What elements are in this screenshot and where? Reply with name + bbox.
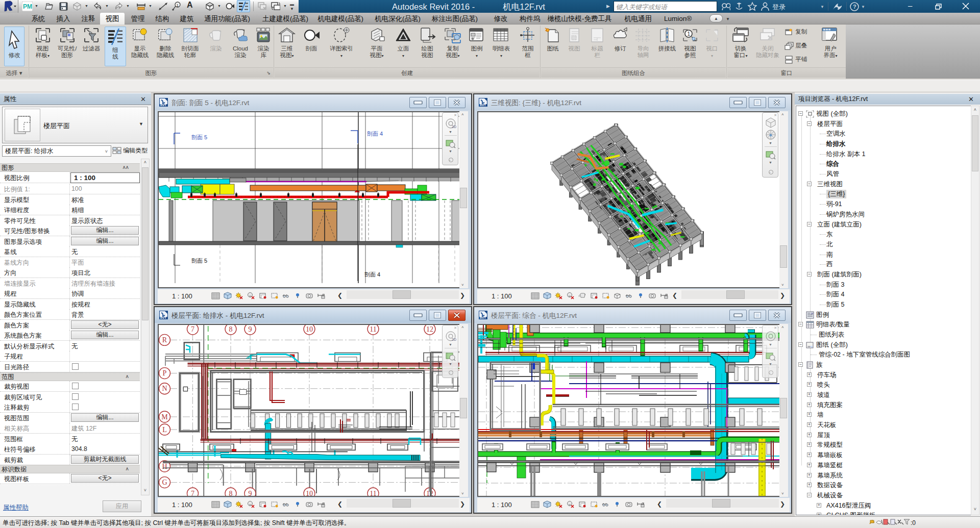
svg-text:剖面 5: 剖面 5 [191,134,207,140]
svg-text:10: 10 [306,490,313,496]
svg-text:1: 1 [688,31,691,37]
svg-text:2D: 2D [452,125,456,129]
svg-text:M: M [161,413,168,421]
svg-text:N: N [162,385,167,392]
svg-text:2D: 2D [452,338,456,341]
svg-text:RVT: RVT [160,104,166,107]
svg-text:G: G [162,479,167,486]
svg-text:8: 8 [229,490,233,496]
svg-text:8: 8 [229,325,233,333]
svg-text:R: R [162,336,167,344]
svg-text:剖面 4: 剖面 4 [367,131,383,137]
svg-text:剖面 5: 剖面 5 [191,258,207,264]
svg-text:RVT: RVT [160,316,166,319]
svg-text:PM: PM [23,3,32,10]
svg-text:10: 10 [306,325,313,333]
svg-text:7: 7 [191,490,194,496]
svg-text:RVT: RVT [480,316,486,319]
svg-text:11: 11 [370,325,376,333]
svg-text:9: 9 [249,490,252,496]
svg-text:11: 11 [370,490,376,496]
svg-text:RVT: RVT [480,104,486,107]
svg-text:1: 1 [177,3,179,8]
svg-text:剖面 4: 剖面 4 [364,271,380,278]
svg-text:12: 12 [426,325,433,333]
svg-text:9: 9 [249,325,252,333]
svg-text:7: 7 [191,325,194,333]
svg-text:L: L [162,426,167,434]
svg-text:H: H [162,463,167,470]
svg-text:?: ? [853,4,856,10]
svg-text:P: P [163,369,167,377]
